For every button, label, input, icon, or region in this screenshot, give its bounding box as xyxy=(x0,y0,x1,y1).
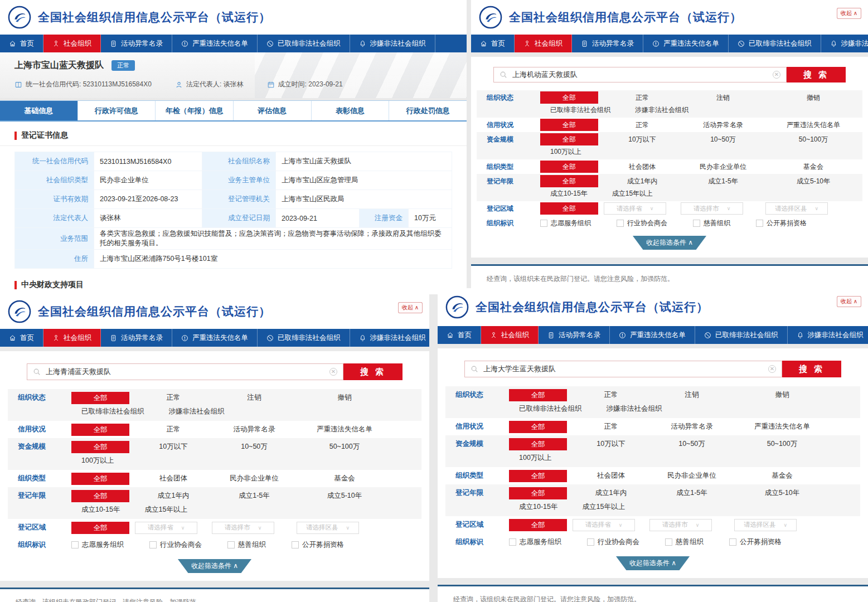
filter-option[interactable]: 民办非企业单位 xyxy=(212,474,297,483)
checkbox-volunteer-org[interactable]: 志愿服务组织 xyxy=(540,219,591,228)
filter-option[interactable]: 社会团体 xyxy=(135,474,212,483)
nav-item-abnormal-activity[interactable]: 活动异常名录 xyxy=(101,35,172,52)
filter-option[interactable]: 成立1-5年 xyxy=(212,491,297,501)
filter-option[interactable]: 已取缔非法社会组织 xyxy=(550,105,610,115)
filter-option[interactable]: 成立1年内 xyxy=(573,488,649,498)
nav-item-suspected-illegal-orgs[interactable]: 涉嫌非法社会组织 xyxy=(788,326,868,344)
nav-item-home[interactable]: 首页 xyxy=(471,35,515,52)
filter-option-all[interactable]: 全部 xyxy=(71,424,129,436)
city-select[interactable]: 请选择市∨ xyxy=(681,202,743,215)
clear-search-icon[interactable]: ✕ xyxy=(768,365,776,373)
filter-option[interactable]: 50~100万 xyxy=(765,135,861,144)
nav-item-social-orgs[interactable]: 社会组织 xyxy=(515,35,572,52)
filter-option[interactable]: 成立1-5年 xyxy=(681,177,765,186)
filter-option-all[interactable]: 全部 xyxy=(71,490,129,502)
filter-option[interactable]: 10~50万 xyxy=(212,442,297,452)
nav-item-social-orgs[interactable]: 社会组织 xyxy=(43,329,101,347)
filter-option[interactable]: 成立5-10年 xyxy=(734,488,830,498)
filter-option-all[interactable]: 全部 xyxy=(540,119,598,131)
filter-option[interactable]: 已取缔非法社会组织 xyxy=(81,407,144,416)
filter-option[interactable]: 正常 xyxy=(604,93,681,103)
search-button[interactable]: 搜 索 xyxy=(787,67,846,82)
tab-annual-report[interactable]: 年检（年报）信息 xyxy=(156,101,234,120)
checkbox-charity-org[interactable]: 慈善组织 xyxy=(693,219,730,228)
filter-option[interactable]: 正常 xyxy=(135,393,212,402)
filter-option[interactable]: 涉嫌非法社会组织 xyxy=(635,105,688,115)
filter-option[interactable]: 10万以下 xyxy=(604,135,681,144)
filter-option[interactable]: 社会团体 xyxy=(573,471,649,480)
nav-item-banned-orgs[interactable]: 已取缔非法社会组织 xyxy=(695,326,788,344)
city-select[interactable]: 请选择市∨ xyxy=(649,519,712,531)
filter-option[interactable]: 50~100万 xyxy=(734,439,830,449)
filter-option[interactable]: 严重违法失信名单 xyxy=(765,120,861,130)
filter-option[interactable]: 100万以上 xyxy=(550,147,581,157)
province-select[interactable]: 请选择省∨ xyxy=(604,202,666,215)
filter-option[interactable]: 撤销 xyxy=(765,93,861,103)
filter-option[interactable]: 活动异常名录 xyxy=(649,422,734,431)
filter-option-all[interactable]: 全部 xyxy=(540,161,598,173)
filter-option[interactable]: 正常 xyxy=(573,390,649,400)
filter-option[interactable]: 基金会 xyxy=(765,162,861,172)
nav-item-suspected-illegal-orgs[interactable]: 涉嫌非法社会组织 xyxy=(821,35,868,52)
filter-option-all[interactable]: 全部 xyxy=(71,441,129,453)
filter-option[interactable]: 活动异常名录 xyxy=(681,120,765,130)
filter-option[interactable]: 10万以下 xyxy=(135,442,212,452)
nav-item-serious-violations[interactable]: 严重违法失信名单 xyxy=(643,35,729,52)
filter-option[interactable]: 正常 xyxy=(604,120,681,130)
filter-option[interactable]: 成立10-15年 xyxy=(519,502,557,512)
filter-option-all[interactable]: 全部 xyxy=(540,91,598,104)
filter-option[interactable]: 100万以上 xyxy=(519,453,551,463)
filter-option[interactable]: 成立5-10年 xyxy=(765,177,861,186)
nav-item-social-orgs[interactable]: 社会组织 xyxy=(43,35,101,52)
filter-option-all[interactable]: 全部 xyxy=(540,133,598,145)
nav-item-abnormal-activity[interactable]: 活动异常名录 xyxy=(101,329,172,347)
filter-option[interactable]: 严重违法失信名单 xyxy=(297,425,392,434)
filter-option-all[interactable]: 全部 xyxy=(509,389,567,401)
filter-option[interactable]: 成立15年以上 xyxy=(612,189,653,198)
nav-item-serious-violations[interactable]: 严重违法失信名单 xyxy=(610,326,695,344)
checkbox-public-fundraising[interactable]: 公开募捐资格 xyxy=(729,537,782,547)
clear-search-icon[interactable]: ✕ xyxy=(773,71,780,79)
tab-evaluation[interactable]: 评估信息 xyxy=(234,101,312,120)
filter-option[interactable]: 撤销 xyxy=(734,390,830,400)
filter-option[interactable]: 10~50万 xyxy=(649,439,734,449)
filter-option[interactable]: 正常 xyxy=(573,422,649,431)
filter-option-all[interactable]: 全部 xyxy=(509,519,567,531)
nav-item-suspected-illegal-orgs[interactable]: 涉嫌非法社会组织 xyxy=(350,329,430,347)
checkbox-charity-org[interactable]: 慈善组织 xyxy=(227,540,266,550)
nav-item-suspected-illegal-orgs[interactable]: 涉嫌非法社会组织 xyxy=(350,35,435,52)
checkbox-industry-assoc[interactable]: 行业协会商会 xyxy=(617,219,667,228)
nav-item-banned-orgs[interactable]: 已取缔非法社会组织 xyxy=(258,329,350,347)
search-button[interactable]: 搜 索 xyxy=(343,363,403,380)
province-select[interactable]: 请选择省∨ xyxy=(135,522,197,534)
tab-admin-penalty[interactable]: 行政处罚信息 xyxy=(389,101,467,120)
filter-option[interactable]: 成立10-15年 xyxy=(81,505,120,514)
search-button[interactable]: 搜 索 xyxy=(782,361,841,377)
tab-basic-info[interactable]: 基础信息 xyxy=(0,101,78,120)
filter-option[interactable]: 基金会 xyxy=(734,471,830,480)
collapse-filters-button[interactable]: 收起筛选条件 ∧ xyxy=(616,556,690,570)
filter-option[interactable]: 10万以下 xyxy=(573,439,649,449)
province-select[interactable]: 请选择省∨ xyxy=(573,519,635,531)
filter-option[interactable]: 成立10-15年 xyxy=(550,189,588,198)
collapse-filters-button[interactable]: 收起筛选条件 ∧ xyxy=(633,236,706,250)
search-input[interactable] xyxy=(46,368,324,376)
filter-option[interactable]: 成立15年以上 xyxy=(144,505,187,514)
nav-item-banned-orgs[interactable]: 已取缔非法社会组织 xyxy=(729,35,821,52)
collapse-row-button[interactable]: 收起 ∧ xyxy=(837,296,861,307)
nav-item-banned-orgs[interactable]: 已取缔非法社会组织 xyxy=(258,35,350,52)
filter-option[interactable]: 成立15年以上 xyxy=(582,502,624,512)
filter-option[interactable]: 基金会 xyxy=(297,474,392,483)
filter-option[interactable]: 注销 xyxy=(212,393,297,402)
checkbox-public-fundraising[interactable]: 公开募捐资格 xyxy=(292,540,344,550)
district-select[interactable]: 请选择区县∨ xyxy=(765,202,828,215)
collapse-row-button[interactable]: 收起 ∧ xyxy=(837,8,861,19)
nav-item-abnormal-activity[interactable]: 活动异常名录 xyxy=(572,35,643,52)
filter-option-all[interactable]: 全部 xyxy=(71,522,129,534)
filter-option[interactable]: 成立1年内 xyxy=(135,491,212,501)
nav-item-serious-violations[interactable]: 严重违法失信名单 xyxy=(172,35,258,52)
filter-option[interactable]: 民办非企业单位 xyxy=(681,162,765,172)
filter-option[interactable]: 已取缔非法社会组织 xyxy=(519,404,582,414)
filter-option[interactable]: 社会团体 xyxy=(604,162,681,172)
tab-commendation[interactable]: 表彰信息 xyxy=(312,101,390,120)
